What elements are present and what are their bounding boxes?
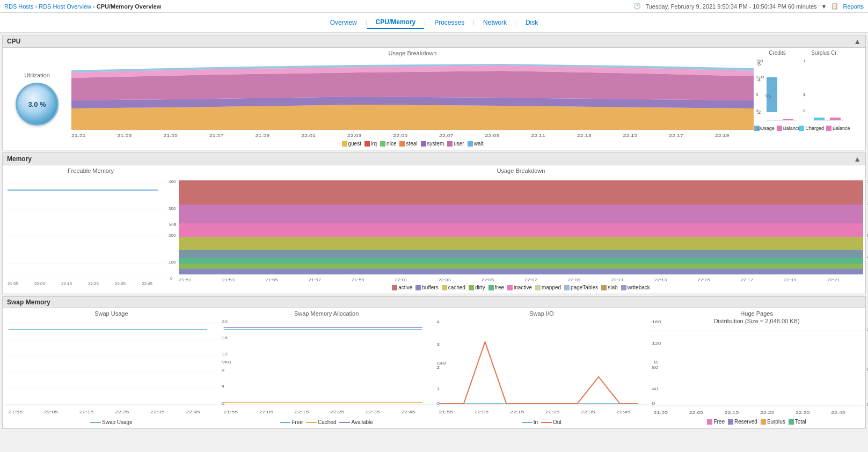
svg-text:22:17: 22:17 <box>669 133 683 137</box>
svg-text:22:17: 22:17 <box>741 278 754 282</box>
svg-text:22:45: 22:45 <box>616 410 630 414</box>
svg-text:22:15: 22:15 <box>509 410 523 414</box>
svg-text:21:55: 21:55 <box>223 410 237 414</box>
credits-title: Credits <box>769 50 786 56</box>
svg-text:21:59: 21:59 <box>256 133 270 137</box>
svg-text:21:55: 21:55 <box>9 410 23 414</box>
svg-text:22:05: 22:05 <box>689 410 703 415</box>
svg-text:22:05: 22:05 <box>259 410 273 414</box>
svg-text:22:09: 22:09 <box>485 133 500 137</box>
tab-network[interactable]: Network <box>475 17 515 28</box>
swap-usage-title: Swap Usage <box>5 310 218 317</box>
svg-text:22:05: 22:05 <box>34 281 46 286</box>
swap-alloc-title: Swap Memory Allocation <box>220 310 433 317</box>
memory-section: Memory ▲ Freeable Memory 400 300 MiB 200… <box>2 152 866 294</box>
svg-text:MiB: MiB <box>169 222 177 227</box>
svg-text:6: 6 <box>757 61 761 67</box>
svg-text:22:05: 22:05 <box>474 410 488 414</box>
svg-text:21:55: 21:55 <box>8 281 19 286</box>
svg-text:22:35: 22:35 <box>366 410 380 414</box>
svg-marker-74 <box>179 264 863 269</box>
svg-text:1: 1 <box>803 59 806 63</box>
cpu-content: Utilization 3.0 % Usage Breakdown 6 4 % … <box>3 48 865 150</box>
svg-text:21:51: 21:51 <box>71 133 86 137</box>
svg-marker-75 <box>179 269 863 274</box>
breadcrumb-current: CPU/Memory Overview <box>97 3 161 10</box>
surplus-title: Surplus Cr. <box>811 50 837 56</box>
svg-text:22:25: 22:25 <box>760 410 774 415</box>
svg-marker-72 <box>179 250 863 258</box>
dropdown-icon[interactable]: ▼ <box>821 3 827 10</box>
svg-text:21:57: 21:57 <box>209 133 224 137</box>
svg-text:22:15: 22:15 <box>61 281 72 286</box>
svg-text:22:25: 22:25 <box>330 410 344 414</box>
swap-alloc-chart: Swap Memory Allocation 4 3 GiB 2 1 0 21:… <box>220 310 433 426</box>
svg-text:22:05: 22:05 <box>393 133 407 137</box>
svg-text:$: $ <box>756 92 758 97</box>
svg-text:22:25: 22:25 <box>88 281 99 286</box>
svg-text:0: 0 <box>170 276 173 281</box>
cpu-section: CPU ▲ Utilization 3.0 % Usage Breakdown … <box>2 35 866 150</box>
swap-section: Swap Memory Swap Usage 20 16 12 MiB 8 4 … <box>2 296 866 429</box>
tab-disk[interactable]: Disk <box>517 17 546 28</box>
swap-usage-chart: Swap Usage 20 16 12 MiB 8 4 0 21:55 22:0… <box>5 310 218 426</box>
svg-text:4: 4 <box>757 77 761 83</box>
top-bar: RDS Hosts › RDS Host Overview › CPU/Memo… <box>0 0 868 13</box>
svg-text:22:35: 22:35 <box>796 410 809 415</box>
svg-text:22:15: 22:15 <box>725 410 739 415</box>
credits-chart: Credits 160 $ 80 $ 0 Usage Balance <box>756 50 799 148</box>
svg-text:22:35: 22:35 <box>150 410 164 414</box>
swap-io-title: Swap I/O <box>435 310 648 317</box>
svg-marker-71 <box>179 237 863 250</box>
reports-button[interactable]: Reports <box>843 3 864 10</box>
tab-cpu-memory[interactable]: CPU/Memory <box>367 16 425 29</box>
svg-text:21:55: 21:55 <box>163 133 178 137</box>
svg-text:22:25: 22:25 <box>545 410 559 414</box>
svg-text:22:09: 22:09 <box>568 278 581 282</box>
memory-collapse-btn[interactable]: ▲ <box>854 155 861 163</box>
tab-overview[interactable]: Overview <box>322 17 366 28</box>
swap-usage-svg: 20 16 12 MiB 8 4 0 21:55 22:05 22:15 22:… <box>5 318 218 417</box>
svg-marker-10 <box>71 105 754 130</box>
svg-text:21:53: 21:53 <box>222 278 235 282</box>
swap-alloc-svg: 4 3 GiB 2 1 0 21:55 22:05 22:15 22:25 22… <box>220 318 433 417</box>
huge-pages-chart: Huge Pages Distribution (Size = 2,048.00… <box>650 310 863 426</box>
svg-text:22:07: 22:07 <box>524 278 537 282</box>
distribution-title: Distribution (Size = 2,048.00 KB) <box>650 318 863 324</box>
breadcrumb-rds-hosts[interactable]: RDS Hosts <box>4 3 33 10</box>
huge-pages-title: Huge Pages <box>650 310 863 317</box>
svg-text:22:13: 22:13 <box>577 133 592 137</box>
svg-text:21:53: 21:53 <box>118 133 132 137</box>
tab-processes[interactable]: Processes <box>426 17 473 28</box>
nav-tabs: Overview | CPU/Memory | Processes | Netw… <box>0 13 868 33</box>
svg-text:300: 300 <box>169 206 176 211</box>
surplus-chart: Surplus Cr. 1 $ 0 Charged Balance <box>803 50 846 148</box>
svg-text:22:45: 22:45 <box>831 410 845 415</box>
swap-io-svg: 160 120 B 80 40 0 21:55 22:05 22:15 22:2… <box>435 318 648 417</box>
svg-text:21:57: 21:57 <box>309 278 322 282</box>
swap-section-header: Swap Memory <box>3 297 865 308</box>
svg-text:22:07: 22:07 <box>439 133 454 137</box>
svg-marker-73 <box>179 258 863 264</box>
svg-text:22:15: 22:15 <box>79 410 93 414</box>
time-display: Tuesday, February 9, 2021 9:50:34 PM - 1… <box>645 3 816 10</box>
memory-legend: active buffers cached dirty free inactiv… <box>179 283 863 291</box>
cpu-usage-breakdown: Usage Breakdown 6 4 % 2 0 <box>71 50 754 148</box>
memory-content: Freeable Memory 400 300 MiB 200 100 0 21… <box>3 165 865 294</box>
breadcrumb: RDS Hosts › RDS Host Overview › CPU/Memo… <box>4 3 161 10</box>
svg-text:22:01: 22:01 <box>301 133 316 137</box>
cpu-collapse-btn[interactable]: ▲ <box>854 37 861 46</box>
freeable-svg: 400 300 MiB 200 100 0 21:55 22:05 22:15 … <box>5 175 166 282</box>
cpu-breakdown-title: Usage Breakdown <box>71 50 754 56</box>
svg-text:22:35: 22:35 <box>581 410 595 414</box>
svg-text:0: 0 <box>757 126 761 131</box>
svg-text:0: 0 <box>803 108 806 113</box>
svg-text:21:55: 21:55 <box>439 410 453 414</box>
svg-text:22:15: 22:15 <box>697 278 710 282</box>
breadcrumb-rds-host-overview[interactable]: RDS Host Overview <box>39 3 91 10</box>
huge-pages-svg: 1 Count 0 21:55 22:05 22:15 22:25 22:35 … <box>650 325 863 417</box>
memory-section-header: Memory ▲ <box>3 153 865 165</box>
svg-text:22:01: 22:01 <box>395 278 408 282</box>
credits-legend: Usage Balance <box>754 126 801 131</box>
svg-text:22:05: 22:05 <box>482 278 494 282</box>
